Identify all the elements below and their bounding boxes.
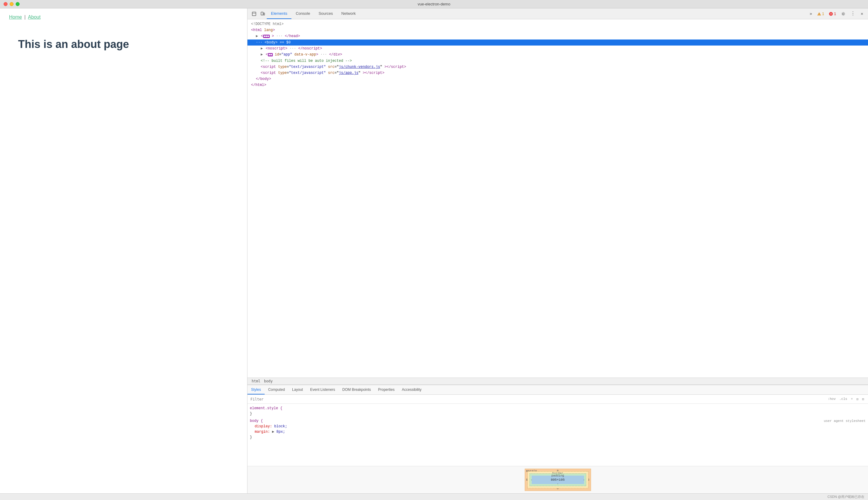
breadcrumb-body[interactable]: body bbox=[263, 379, 274, 384]
tab-styles[interactable]: Styles bbox=[247, 385, 265, 395]
css-rules-content: element.style { } body { user agent styl… bbox=[247, 404, 868, 466]
nav-separator: | bbox=[24, 14, 26, 20]
tab-network[interactable]: Network bbox=[337, 9, 360, 19]
padding-right-val: - bbox=[583, 478, 585, 481]
more-options-icon[interactable]: ⋮ bbox=[849, 10, 857, 18]
html-body-close-line[interactable]: </body> bbox=[247, 76, 868, 82]
html-body-line[interactable]: ··· <body> == $0 bbox=[247, 39, 868, 46]
html-script-app-line[interactable]: <script type="text/javascript" src="js/a… bbox=[247, 70, 868, 76]
window-title: vue-electron-demo bbox=[418, 2, 450, 6]
about-link[interactable]: About bbox=[28, 14, 41, 20]
styles-filter-input[interactable] bbox=[251, 397, 824, 401]
error-badge[interactable]: ✕ 1 bbox=[827, 11, 838, 16]
padding-left-val: - bbox=[531, 478, 533, 481]
body-rule-close: } bbox=[250, 434, 866, 440]
html-comment-line[interactable]: <!-- built files will be auto injected -… bbox=[247, 58, 868, 64]
element-style-close: } bbox=[250, 411, 866, 417]
svg-rect-3 bbox=[263, 13, 265, 15]
svg-text:!: ! bbox=[819, 13, 820, 15]
app-content: This is an about page bbox=[0, 26, 247, 63]
main-layout: Home | About This is an about page bbox=[0, 9, 868, 493]
filter-bar: :hov .cls + ⊡ ⊟ bbox=[247, 395, 868, 404]
csdn-footer: CSDN @用户呢称已存在 bbox=[0, 493, 868, 500]
devtools-panel: Elements Console Sources Network » ! bbox=[247, 9, 868, 493]
breadcrumb-html[interactable]: html bbox=[251, 379, 262, 384]
styles-tab-bar: Styles Computed Layout Event Listeners D… bbox=[247, 385, 868, 395]
styles-panel: Styles Computed Layout Event Listeners D… bbox=[247, 385, 868, 493]
settings-icon[interactable] bbox=[839, 10, 847, 18]
devtools-toolbar: Elements Console Sources Network » ! bbox=[247, 9, 868, 19]
home-link[interactable]: Home bbox=[9, 14, 22, 20]
box-model-margin: margin 8 8 8 8 border padding - - - 8 bbox=[525, 469, 591, 491]
filter-actions: :hov .cls + ⊡ ⊟ bbox=[827, 397, 865, 401]
tab-dom-breakpoints[interactable]: DOM Breakpoints bbox=[339, 385, 375, 395]
page-heading: This is an about page bbox=[18, 38, 229, 51]
body-rule: body { user agent stylesheet display: bl… bbox=[250, 418, 866, 440]
svg-text:✕: ✕ bbox=[830, 13, 832, 15]
devtools-close-btn[interactable]: ✕ bbox=[858, 10, 866, 18]
toggle-panel-btn[interactable]: ⊟ bbox=[861, 397, 865, 401]
svg-point-7 bbox=[843, 13, 844, 14]
elements-panel: <!DOCTYPE html> <html lang> ▶ <■■■ > ···… bbox=[247, 19, 868, 377]
svg-rect-0 bbox=[252, 12, 256, 16]
box-model-padding: padding - - - 805×105 bbox=[530, 474, 586, 486]
tab-event-listeners[interactable]: Event Listeners bbox=[306, 385, 339, 395]
tab-console[interactable]: Console bbox=[291, 9, 314, 19]
close-traffic-light[interactable] bbox=[4, 2, 8, 6]
traffic-lights bbox=[4, 2, 20, 6]
app-viewport: Home | About This is an about page bbox=[0, 9, 247, 493]
cls-filter-btn[interactable]: .cls bbox=[838, 397, 848, 401]
more-tabs-btn[interactable]: » bbox=[808, 11, 814, 16]
tab-properties[interactable]: Properties bbox=[375, 385, 398, 395]
html-html-line[interactable]: <html lang> bbox=[247, 27, 868, 33]
minimize-traffic-light[interactable] bbox=[10, 2, 14, 6]
html-div-app-line[interactable]: ▶ <■■ id="app" data-v-app> ··· </div> bbox=[247, 52, 868, 58]
svg-rect-2 bbox=[261, 12, 263, 15]
breadcrumb-bar: html body bbox=[247, 377, 868, 385]
tab-elements[interactable]: Elements bbox=[267, 9, 291, 19]
hov-filter-btn[interactable]: :hov bbox=[827, 397, 836, 401]
element-style-selector: element.style { bbox=[250, 406, 866, 411]
tab-accessibility[interactable]: Accessibility bbox=[398, 385, 425, 395]
body-selector-line: body { user agent stylesheet bbox=[250, 418, 866, 424]
padding-bottom-val: - bbox=[557, 482, 558, 486]
tab-layout[interactable]: Layout bbox=[288, 385, 306, 395]
box-model-border: border padding - - - 805×105 bbox=[528, 471, 588, 488]
tab-sources[interactable]: Sources bbox=[314, 9, 337, 19]
box-model-section: margin 8 8 8 8 border padding - - - 8 bbox=[247, 466, 868, 493]
toggle-sidebar-btn[interactable]: ⊡ bbox=[856, 397, 859, 401]
element-style-rule: element.style { } bbox=[250, 406, 866, 417]
html-script-chunk-vendors-line[interactable]: <script type="text/javascript" src="js/c… bbox=[247, 64, 868, 70]
devtools-tab-bar: Elements Console Sources Network bbox=[267, 9, 808, 19]
titlebar: vue-electron-demo bbox=[0, 0, 868, 9]
padding-label: padding bbox=[551, 474, 564, 477]
device-toolbar-icon[interactable] bbox=[258, 10, 267, 18]
html-head-line[interactable]: ▶ <■■■ > ··· </head> bbox=[247, 33, 868, 39]
body-margin-line[interactable]: margin: ▶ 8px; bbox=[250, 429, 866, 434]
tab-computed[interactable]: Computed bbox=[265, 385, 288, 395]
body-display-line[interactable]: display: block; bbox=[250, 424, 866, 429]
html-html-close-line[interactable]: </html> bbox=[247, 82, 868, 88]
fullscreen-traffic-light[interactable] bbox=[16, 2, 20, 6]
html-doctype-line[interactable]: <!DOCTYPE html> bbox=[247, 21, 868, 27]
warn-badge[interactable]: ! 1 bbox=[815, 11, 826, 16]
html-noscript-line[interactable]: ▶ <noscript> ··· </noscript> bbox=[247, 46, 868, 52]
app-nav: Home | About bbox=[0, 9, 247, 26]
devtools-toolbar-right: » ! 1 ✕ 1 bbox=[808, 10, 866, 18]
add-rule-btn[interactable]: + bbox=[850, 397, 854, 401]
inspect-element-icon[interactable] bbox=[250, 10, 258, 18]
